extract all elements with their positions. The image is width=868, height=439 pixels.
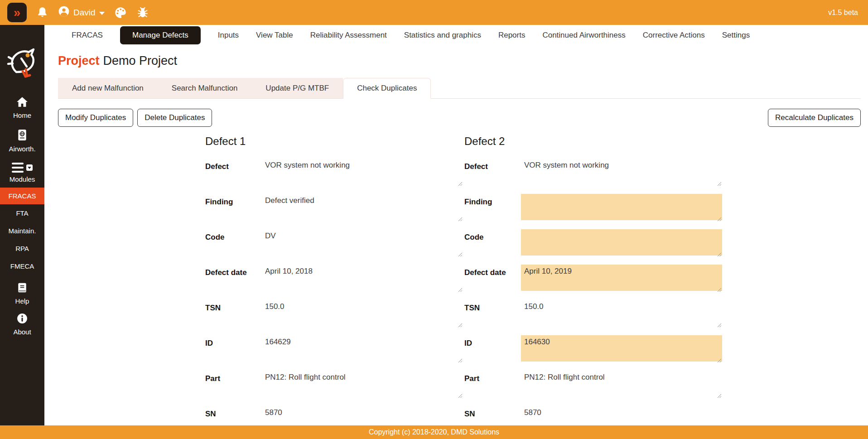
duplicates-toolbar: Modify Duplicates Delete Duplicates Reca… [58,109,861,127]
defect2-header: Defect 2 [464,135,723,148]
sidebar-item-about[interactable]: About [0,313,44,336]
field-label: Defect [464,159,521,171]
sidebar-item-fracas[interactable]: FRACAS [0,188,44,204]
debug-bug-icon[interactable] [136,6,149,19]
defect2-tsn-textarea[interactable]: 150.0 [521,300,722,326]
nav-tab-reliability-assessment[interactable]: Reliability Assessment [310,31,387,40]
comparison-headers: Defect 1 Defect 2 [205,135,861,148]
defect2-part-textarea[interactable]: PN12: Roll flight control [521,371,722,397]
resize-grip-icon[interactable] [458,180,463,184]
home-icon [16,96,28,109]
sidebar-item-label: About [13,328,31,336]
subtab-check-duplicates[interactable]: Check Duplicates [343,78,431,99]
sidebar-item-fmeca[interactable]: FMECA [0,257,44,275]
defect2-finding-textarea[interactable] [521,194,722,220]
defect1-tsn-field: 150.0 [262,300,463,326]
field-label: Defect date [205,265,262,277]
footer-copyright: Copyright (c) 2018-2020, DMD Solutions [0,425,868,439]
nav-tab-inputs[interactable]: Inputs [218,31,239,40]
field-label: Finding [205,194,262,207]
defect1-finding-field: Defect verified [262,194,463,220]
defect1-code-textarea[interactable]: DV [262,229,463,256]
nav-tab-view-table[interactable]: View Table [256,31,293,40]
resize-grip-icon[interactable] [717,251,722,255]
compare-row-id: ID 164629 ID 164630 [205,335,861,371]
defect2-finding-field [521,194,722,220]
menu-icon [12,163,33,173]
resize-grip-icon[interactable] [717,286,722,290]
field-label: Code [464,229,521,242]
compare-row-code: Code DV Code [205,229,861,265]
defect2-id-textarea[interactable]: 164630 [521,335,722,362]
defect2-defect-field: VOR system not working [521,159,722,185]
defect2-date-textarea[interactable]: April 10, 2019 [521,265,722,291]
resize-grip-icon[interactable] [458,357,463,361]
delete-duplicates-button[interactable]: Delete Duplicates [137,109,212,127]
defect1-tsn-textarea[interactable]: 150.0 [262,300,463,326]
defect1-part-textarea[interactable]: PN12: Roll flight control [262,371,463,397]
notifications-bell-icon[interactable] [36,6,48,19]
subtab-add-new-malfunction[interactable]: Add new Malfunction [58,78,158,98]
field-label: ID [205,335,262,348]
book-icon [17,282,28,294]
resize-grip-icon[interactable] [458,251,463,255]
defect2-code-field [521,229,722,256]
resize-grip-icon[interactable] [458,286,463,290]
sidebar-item-label: Modules [10,175,35,183]
nav-tab-continued-airworthiness[interactable]: Continued Airworthiness [542,31,625,40]
sidebar-item-label: Home [13,111,31,119]
resize-grip-icon[interactable] [717,392,722,396]
defect1-date-textarea[interactable]: April 10, 2018 [262,265,463,291]
resize-grip-icon[interactable] [458,215,463,220]
defect1-date-field: April 10, 2018 [262,265,463,291]
nav-tab-corrective-actions[interactable]: Corrective Actions [643,31,705,40]
sidebar-item-maintain[interactable]: Maintain. [0,222,44,240]
resize-grip-icon[interactable] [717,321,722,326]
sidebar-item-label: Help [15,297,29,305]
nav-tab-statistics-graphics[interactable]: Statistics and graphics [404,31,481,40]
subtab-update-pg-mtbf[interactable]: Update P/G MTBF [251,78,343,98]
sidebar-item-fta[interactable]: FTA [0,204,44,222]
compare-row-defect: Defect VOR system not working Defect VOR… [205,159,861,194]
topbar: » David v1.5 beta [0,0,868,25]
app-screen: » David v1.5 beta [0,0,868,439]
nav-tab-settings[interactable]: Settings [722,31,750,40]
sidebar-item-help[interactable]: Help [0,282,44,305]
field-label: ID [464,335,521,348]
sidebar-item-airworthiness[interactable]: Airworth. [0,129,44,153]
field-label: SN [464,406,521,419]
subtab-search-malfunction[interactable]: Search Malfunction [158,78,252,98]
modules-dropdown-icon[interactable] [26,164,33,171]
theme-palette-icon[interactable] [114,6,127,19]
defect1-header: Defect 1 [205,135,464,148]
sidebar-item-home[interactable]: Home [0,96,44,119]
compare-row-tsn: TSN 150.0 TSN 150.0 [205,300,861,335]
resize-grip-icon[interactable] [458,392,463,396]
resize-grip-icon[interactable] [717,180,722,184]
comparison-grid: Defect VOR system not working Defect VOR… [58,159,861,439]
recalculate-duplicates-button[interactable]: Recalculate Duplicates [768,109,861,127]
resize-grip-icon[interactable] [717,215,722,220]
defect2-defect-textarea[interactable]: VOR system not working [521,159,722,185]
nav-tab-reports[interactable]: Reports [498,31,526,40]
defect1-id-textarea[interactable]: 164629 [262,335,463,362]
resize-grip-icon[interactable] [717,357,722,361]
defect2-part-field: PN12: Roll flight control [521,371,722,397]
defect2-code-textarea[interactable] [521,229,722,256]
resize-grip-icon[interactable] [458,321,463,326]
defect1-finding-textarea[interactable]: Defect verified [262,194,463,220]
nav-tab-fracas[interactable]: FRACAS [72,31,103,40]
sidebar-item-rpa[interactable]: RPA [0,240,44,257]
sidebar-item-modules[interactable]: Modules [0,163,44,183]
defect1-defect-textarea[interactable]: VOR system not working [262,159,463,185]
defect1-defect-field: VOR system not working [262,159,463,185]
nav-tab-manage-defects[interactable]: Manage Defects [120,26,201,44]
app-logo[interactable] [6,43,38,80]
modify-duplicates-button[interactable]: Modify Duplicates [58,109,133,127]
field-label: Finding [464,194,521,207]
sidebar-item-label: Airworth. [9,145,35,153]
defect1-id-field: 164629 [262,335,463,362]
field-label: Defect date [464,265,521,277]
sidebar-toggle-button[interactable]: » [7,3,27,22]
user-menu[interactable]: David [58,5,105,19]
